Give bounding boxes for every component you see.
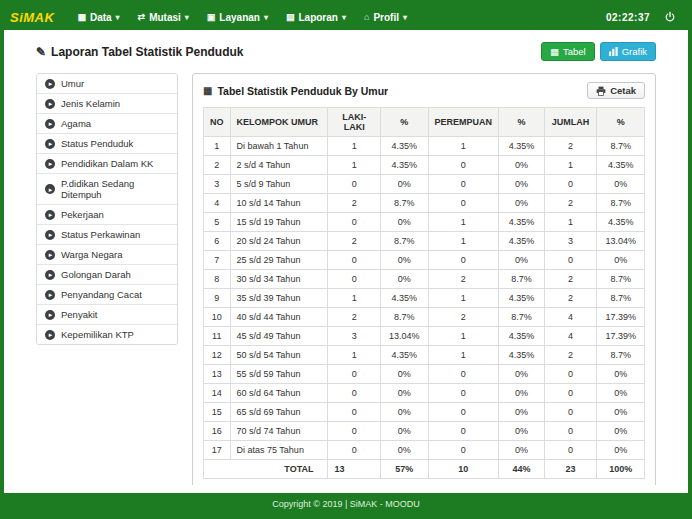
table-cell: 10 <box>204 308 231 327</box>
table-cell: 40 s/d 44 Tahun <box>230 308 328 327</box>
table-cell: 0 <box>544 175 597 194</box>
table-cell: 4 <box>544 308 597 327</box>
sidebar-item-penyandang-cacat[interactable]: ▸Penyandang Cacat <box>37 285 177 305</box>
table-cell: 1 <box>428 232 499 251</box>
table-cell: 70 s/d 74 Tahun <box>230 422 328 441</box>
table-cell: 0 <box>328 251 381 270</box>
table-cell: 2 <box>328 232 381 251</box>
table-cell: 17.39% <box>597 327 645 346</box>
footer: Copyright © 2019 | SiMAK - MOODU <box>4 493 688 515</box>
sidebar-item-label: Penyandang Cacat <box>61 289 142 300</box>
table-header-cell: PEREMPUAN <box>428 108 499 137</box>
total-value-cell: 100% <box>597 460 645 479</box>
table-cell: 4.35% <box>381 137 429 156</box>
table-cell: 3 <box>544 232 597 251</box>
table-cell: 0 <box>544 441 597 460</box>
panel-header: ▦ Tabel Statistik Penduduk By Umur Cetak <box>203 82 645 99</box>
copyright-text: Copyright © 2019 | SiMAK - MOODU <box>272 499 420 509</box>
table-cell: 0% <box>499 422 545 441</box>
tabel-button[interactable]: ▦ Tabel <box>541 42 595 61</box>
caret-down-icon: ▾ <box>342 13 346 22</box>
table-cell: 0 <box>428 403 499 422</box>
exchange-icon: ⇄ <box>138 12 146 22</box>
table-cell: 8.7% <box>499 308 545 327</box>
table-cell: 0 <box>328 213 381 232</box>
cetak-button[interactable]: Cetak <box>587 82 645 99</box>
sidebar-item-golongan-darah[interactable]: ▸Golongan Darah <box>37 265 177 285</box>
sidebar-item-status-penduduk[interactable]: ▸Status Penduduk <box>37 134 177 154</box>
arrow-circle-right-icon: ▸ <box>45 184 55 194</box>
table-cell: 0 <box>328 384 381 403</box>
sidebar-item-label: Penyakit <box>61 309 97 320</box>
sidebar-item-penyakit[interactable]: ▸Penyakit <box>37 305 177 325</box>
table-cell: 0% <box>381 270 429 289</box>
table-cell: 9 <box>204 289 231 308</box>
sidebar-item-pekerjaan[interactable]: ▸Pekerjaan <box>37 205 177 225</box>
table-cell: 0 <box>544 384 597 403</box>
brand-logo[interactable]: SiMAK <box>10 10 54 25</box>
table-cell: 0 <box>328 270 381 289</box>
table-row: 22 s/d 4 Tahun14.35%00%14.35% <box>204 156 645 175</box>
arrow-circle-right-icon: ▸ <box>45 139 55 149</box>
sidebar-item-p-didikan-sedang-ditempuh[interactable]: ▸P.didikan Sedang Ditempuh <box>37 174 177 205</box>
total-label-cell: TOTAL <box>204 460 328 479</box>
total-value-cell: 44% <box>499 460 545 479</box>
caret-down-icon: ▾ <box>116 13 120 22</box>
arrow-circle-right-icon: ▸ <box>45 290 55 300</box>
sidebar-item-pendidikan-dalam-kk[interactable]: ▸Pendidikan Dalam KK <box>37 154 177 174</box>
nav-item-layanan[interactable]: ▣Layanan▾ <box>198 4 277 30</box>
nav-item-mutasi[interactable]: ⇄Mutasi▾ <box>129 4 198 30</box>
total-value-cell: 13 <box>328 460 381 479</box>
table-cell: 16 <box>204 422 231 441</box>
arrow-circle-right-icon: ▸ <box>45 330 55 340</box>
table-row: 830 s/d 34 Tahun00%28.7%28.7% <box>204 270 645 289</box>
table-cell: 0 <box>428 441 499 460</box>
table-cell: 3 <box>204 175 231 194</box>
sidebar-item-agama[interactable]: ▸Agama <box>37 114 177 134</box>
sidebar-item-label: Status Penduduk <box>61 138 133 149</box>
table-cell: 8.7% <box>499 270 545 289</box>
table-header-cell: NO <box>204 108 231 137</box>
arrow-circle-right-icon: ▸ <box>45 230 55 240</box>
sidebar-item-kepemilikan-ktp[interactable]: ▸Kepemilikan KTP <box>37 325 177 344</box>
sidebar-item-label: P.didikan Sedang Ditempuh <box>61 178 169 200</box>
table-cell: 0% <box>499 251 545 270</box>
table-row: 410 s/d 14 Tahun28.7%00%28.7% <box>204 194 645 213</box>
table-cell: 4.35% <box>499 137 545 156</box>
table-head: NOKELOMPOK UMURLAKI-LAKI%PEREMPUAN%JUMLA… <box>204 108 645 137</box>
table-cell: 4.35% <box>381 289 429 308</box>
table-cell: 0% <box>597 175 645 194</box>
nav-item-laporan[interactable]: ▤Laporan▾ <box>277 4 355 30</box>
table-cell: 0 <box>428 156 499 175</box>
panel-title: ▦ Tabel Statistik Penduduk By Umur <box>203 85 388 97</box>
nav-item-profil[interactable]: ⌂Profil▾ <box>355 4 416 30</box>
table-cell: 2 <box>428 270 499 289</box>
grafik-button[interactable]: Grafik <box>600 42 656 61</box>
nav-item-data[interactable]: ▦Data▾ <box>68 4 128 30</box>
table-cell: 1 <box>428 327 499 346</box>
table-cell: 0 <box>328 422 381 441</box>
table-cell: 4.35% <box>597 156 645 175</box>
table-header-cell: % <box>597 108 645 137</box>
table-cell: 13.04% <box>381 327 429 346</box>
table-cell: 2 <box>544 270 597 289</box>
table-header-cell: JUMLAH <box>544 108 597 137</box>
sidebar-item-status-perkawinan[interactable]: ▸Status Perkawinan <box>37 225 177 245</box>
table-cell: 60 s/d 64 Tahun <box>230 384 328 403</box>
sidebar-item-warga-negara[interactable]: ▸Warga Negara <box>37 245 177 265</box>
bar-chart-icon <box>609 47 618 56</box>
statistics-panel: ▦ Tabel Statistik Penduduk By Umur Cetak <box>192 73 656 485</box>
table-cell: 0 <box>428 194 499 213</box>
table-cell: 2 <box>204 156 231 175</box>
sidebar-item-umur[interactable]: ▸Umur <box>37 74 177 94</box>
sidebar-item-label: Agama <box>61 118 91 129</box>
power-icon[interactable] <box>662 9 678 25</box>
table-cell: 8.7% <box>597 270 645 289</box>
sidebar-item-jenis-kelamin[interactable]: ▸Jenis Kelamin <box>37 94 177 114</box>
table-cell: 0 <box>544 422 597 441</box>
sidebar: ▸Umur▸Jenis Kelamin▸Agama▸Status Pendudu… <box>36 73 178 345</box>
table-row: 1670 s/d 74 Tahun00%00%00% <box>204 422 645 441</box>
table-cell: 2 <box>328 194 381 213</box>
table-cell: 4.35% <box>381 346 429 365</box>
table-cell: 0 <box>428 422 499 441</box>
